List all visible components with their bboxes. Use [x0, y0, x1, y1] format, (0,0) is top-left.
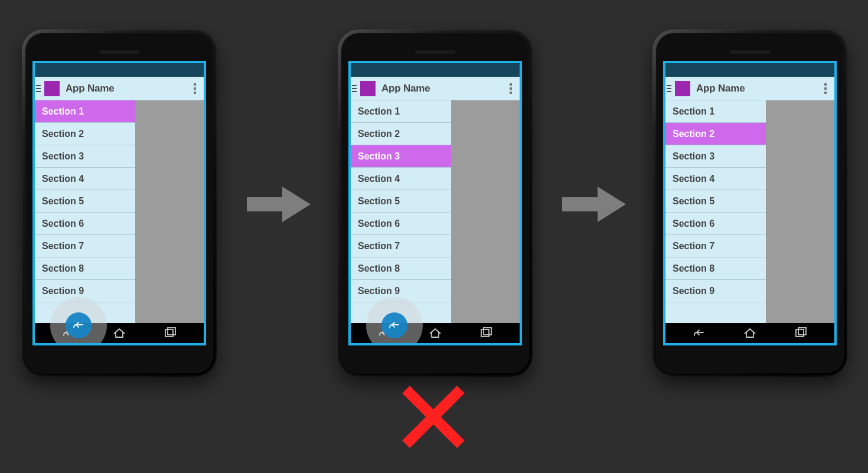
drawer-section-item[interactable]: Section 5	[665, 190, 766, 213]
status-bar	[35, 63, 204, 77]
earpiece	[99, 50, 140, 54]
action-bar: App Name	[35, 77, 204, 100]
drawer-section-item[interactable]: Section 7	[665, 235, 766, 257]
home-button[interactable]	[423, 324, 447, 342]
drawer-section-item[interactable]: Section 5	[35, 190, 135, 213]
action-bar: App Name	[351, 77, 520, 100]
system-nav-bar	[665, 323, 834, 343]
back-button[interactable]	[57, 324, 80, 342]
drawer-section-item[interactable]: Section 5	[351, 190, 451, 213]
drawer-section-item[interactable]: Section 6	[351, 213, 451, 235]
status-bar	[351, 63, 520, 77]
drawer-section-item[interactable]: Section 6	[665, 213, 766, 235]
drawer-section-item[interactable]: Section 1	[351, 100, 451, 123]
drawer-section-item[interactable]: Section 8	[35, 257, 135, 280]
flow-arrow-icon	[247, 183, 311, 228]
app-title: App Name	[381, 83, 505, 94]
drawer-section-item[interactable]: Section 3	[35, 145, 135, 168]
drawer-section-item[interactable]: Section 9	[35, 280, 135, 302]
recent-apps-button[interactable]	[474, 324, 498, 342]
recent-apps-button[interactable]	[158, 324, 182, 342]
flow-arrow-icon	[562, 183, 626, 228]
phone-mockup: App NameSection 1Section 2Section 3Secti…	[338, 30, 533, 377]
phone-mockup: App NameSection 1Section 2Section 3Secti…	[652, 30, 847, 377]
back-button[interactable]	[687, 324, 711, 342]
drawer-section-item[interactable]: Section 9	[351, 280, 451, 302]
home-button[interactable]	[738, 324, 762, 342]
phone-screen: App NameSection 1Section 2Section 3Secti…	[665, 63, 834, 343]
drawer-section-item[interactable]: Section 4	[35, 168, 135, 190]
navigation-drawer[interactable]: Section 1Section 2Section 3Section 4Sect…	[351, 100, 451, 323]
drawer-section-item[interactable]: Section 7	[351, 235, 451, 257]
back-button[interactable]	[373, 324, 396, 342]
recent-apps-button[interactable]	[789, 324, 812, 342]
app-icon	[44, 81, 60, 96]
home-button[interactable]	[107, 324, 131, 342]
drawer-section-item[interactable]: Section 3	[351, 145, 451, 168]
phone-mockup: App NameSection 1Section 2Section 3Secti…	[22, 30, 217, 377]
drawer-indicator-icon[interactable]	[352, 85, 357, 92]
earpiece	[415, 50, 456, 54]
overflow-menu-icon[interactable]	[190, 83, 200, 94]
drawer-section-item[interactable]: Section 1	[35, 100, 135, 123]
app-icon	[675, 81, 690, 96]
drawer-section-item[interactable]: Section 7	[35, 235, 135, 257]
drawer-section-item[interactable]: Section 2	[351, 123, 451, 145]
drawer-section-item[interactable]: Section 3	[665, 145, 766, 168]
overflow-menu-icon[interactable]	[505, 83, 516, 94]
drawer-indicator-icon[interactable]	[36, 85, 41, 92]
drawer-section-item[interactable]: Section 8	[351, 257, 451, 280]
action-bar: App Name	[665, 77, 834, 100]
drawer-indicator-icon[interactable]	[667, 85, 671, 92]
drawer-section-item[interactable]: Section 6	[35, 213, 135, 235]
drawer-section-item[interactable]: Section 8	[665, 257, 766, 280]
system-nav-bar	[351, 323, 520, 343]
phone-screen: App NameSection 1Section 2Section 3Secti…	[351, 63, 520, 343]
app-icon	[360, 81, 376, 96]
drawer-section-item[interactable]: Section 4	[665, 168, 766, 190]
app-title: App Name	[696, 83, 820, 94]
incorrect-indicator-icon	[402, 385, 465, 451]
earpiece	[729, 50, 771, 54]
drawer-section-item[interactable]: Section 2	[665, 123, 766, 145]
app-title: App Name	[66, 83, 190, 94]
drawer-section-item[interactable]: Section 2	[35, 123, 135, 145]
drawer-section-item[interactable]: Section 9	[665, 280, 766, 302]
drawer-section-item[interactable]: Section 4	[351, 168, 451, 190]
overflow-menu-icon[interactable]	[820, 83, 831, 94]
status-bar	[665, 63, 834, 77]
drawer-section-item[interactable]: Section 1	[665, 100, 766, 123]
phone-screen: App NameSection 1Section 2Section 3Secti…	[35, 63, 204, 343]
navigation-drawer[interactable]: Section 1Section 2Section 3Section 4Sect…	[665, 100, 766, 323]
system-nav-bar	[35, 323, 204, 343]
navigation-drawer[interactable]: Section 1Section 2Section 3Section 4Sect…	[35, 100, 135, 323]
